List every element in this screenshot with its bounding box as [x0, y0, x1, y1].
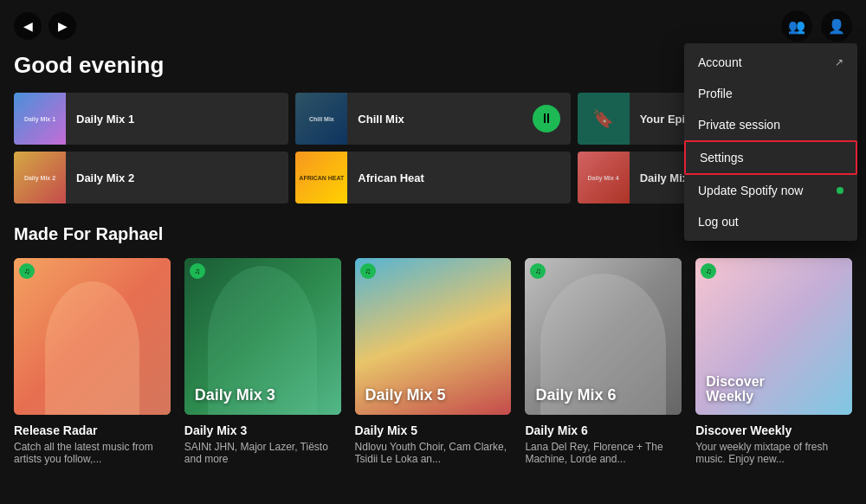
dm5-overlay: Daily Mix 5 — [365, 387, 446, 404]
mix-item-dm2[interactable]: Daily Mix 2 Daily Mix 2 — [14, 152, 288, 204]
card-daily-mix-6[interactable]: ♫ Daily Mix 6 Daily Mix 6 Lana Del Rey, … — [525, 258, 682, 465]
mix-thumb-dm2: Daily Mix 2 — [14, 152, 66, 204]
friends-button[interactable]: 👥 — [781, 10, 812, 42]
card-title-dm6: Daily Mix 6 — [525, 423, 682, 437]
user-menu-button[interactable]: 👤 — [821, 10, 852, 42]
external-link-icon: ↗ — [835, 56, 843, 68]
card-img-dm3: ♫ Daily Mix 3 — [184, 258, 341, 415]
card-daily-mix-3[interactable]: ♫ Daily Mix 3 Daily Mix 3 SAINt JHN, Maj… — [184, 258, 341, 465]
card-sub-dm5: Ndlovu Youth Choir, Cam Clarke, Tsidii L… — [355, 441, 512, 465]
dropdown-profile[interactable]: Profile — [684, 78, 857, 109]
mix-thumb-episode: 🔖 — [578, 93, 630, 145]
update-indicator-dot — [837, 187, 843, 194]
dropdown-update-spotify[interactable]: Update Spotify now — [684, 175, 857, 206]
nav-buttons: ◀ ▶ — [14, 12, 76, 40]
mix-thumb-african: AFRICAN HEAT — [295, 152, 347, 204]
back-button[interactable]: ◀ — [14, 12, 42, 40]
account-label: Account — [698, 55, 742, 69]
spotify-logo-dm5: ♫ — [360, 263, 376, 279]
made-for-title: Made For Raphael — [14, 224, 163, 244]
mix-thumb-dm4: Daily Mix 4 — [578, 152, 630, 204]
card-sub-dm6: Lana Del Rey, Florence + The Machine, Lo… — [525, 441, 682, 465]
settings-label: Settings — [700, 151, 744, 165]
mix-item-chill[interactable]: Chill Mix Chill Mix ⏸ — [295, 93, 570, 145]
mix-thumb-chill: Chill Mix — [295, 93, 347, 145]
private-session-label: Private session — [698, 118, 780, 132]
mix-label-dm2: Daily Mix 2 — [66, 171, 288, 184]
spotify-logo-dm3: ♫ — [190, 263, 205, 279]
top-right-controls: 👥 👤 — [781, 10, 852, 42]
card-sub-discover: Your weekly mixtape of fresh music. Enjo… — [695, 441, 852, 465]
card-img-dm6: ♫ Daily Mix 6 — [525, 258, 682, 415]
card-img-dm5: ♫ Daily Mix 5 — [355, 258, 512, 415]
profile-label: Profile — [698, 87, 733, 100]
card-daily-mix-5[interactable]: ♫ Daily Mix 5 Daily Mix 5 Ndlovu Youth C… — [355, 258, 512, 465]
dropdown-menu: Account ↗ Profile Private session Settin… — [684, 43, 857, 241]
mix-label-dm1: Daily Mix 1 — [66, 113, 288, 126]
forward-button[interactable]: ▶ — [48, 12, 76, 40]
pause-button-chill[interactable]: ⏸ — [533, 105, 560, 132]
spotify-logo-release: ♫ — [19, 263, 35, 279]
card-img-discover: ♫ DiscoverWeekly — [695, 258, 852, 415]
card-release-radar[interactable]: ♫ Release Radar Catch all the latest mus… — [14, 258, 171, 465]
card-title-dm5: Daily Mix 5 — [355, 423, 512, 437]
cards-row: ♫ Release Radar Catch all the latest mus… — [14, 258, 852, 465]
dropdown-account[interactable]: Account ↗ — [684, 47, 857, 78]
dm6-overlay: Daily Mix 6 — [535, 387, 616, 404]
card-title-dm3: Daily Mix 3 — [184, 423, 341, 437]
mix-label-african: African Heat — [347, 171, 570, 184]
mix-item-african[interactable]: AFRICAN HEAT African Heat — [295, 152, 570, 204]
dropdown-settings[interactable]: Settings — [684, 140, 857, 175]
dropdown-logout[interactable]: Log out — [684, 206, 857, 237]
logout-label: Log out — [698, 215, 739, 229]
dropdown-private-session[interactable]: Private session — [684, 109, 857, 140]
dm3-overlay: Daily Mix 3 — [195, 387, 275, 404]
card-img-release-radar: ♫ — [14, 258, 171, 415]
card-sub-release-radar: Catch all the latest music from artists … — [14, 441, 171, 465]
mix-item-dm1[interactable]: Daily Mix 1 Daily Mix 1 — [14, 93, 288, 145]
update-spotify-label: Update Spotify now — [698, 184, 803, 197]
card-sub-dm3: SAINt JHN, Major Lazer, Tiësto and more — [184, 441, 341, 465]
card-title-release-radar: Release Radar — [14, 423, 171, 437]
card-title-discover: Discover Weekly — [695, 423, 852, 437]
card-discover-weekly[interactable]: ♫ DiscoverWeekly Discover Weekly Your we… — [695, 258, 852, 465]
mix-thumb-dm1: Daily Mix 1 — [14, 93, 66, 145]
discover-overlay: DiscoverWeekly — [706, 374, 765, 404]
